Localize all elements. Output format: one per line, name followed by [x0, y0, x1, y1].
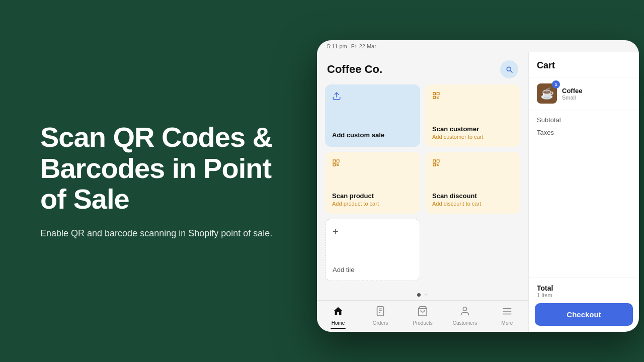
svg-rect-13	[333, 163, 336, 166]
cart-item-badge: 1	[552, 80, 560, 88]
tablet-mockup: 5:11 pm Fri 22 Mar Coffee Co.	[317, 40, 639, 332]
tile-scan-customer-title: Scan customer	[432, 125, 513, 133]
tile-add-custom-sale-title: Add custom sale	[332, 131, 413, 139]
nav-products[interactable]: Products	[401, 304, 444, 331]
pos-title: Coffee Co.	[327, 63, 382, 76]
nav-orders-label: Orders	[373, 320, 388, 326]
svg-rect-21	[433, 163, 436, 166]
status-time: 5:11 pm	[327, 43, 347, 49]
svg-line-1	[511, 71, 512, 72]
pagination: +	[317, 287, 528, 300]
orders-icon	[375, 306, 386, 319]
status-date: Fri 22 Mar	[351, 43, 376, 49]
nav-active-indicator	[331, 328, 346, 329]
svg-point-0	[507, 67, 511, 71]
bottom-nav: Home Orders	[317, 300, 528, 332]
svg-point-32	[463, 307, 466, 311]
search-button[interactable]	[500, 60, 518, 78]
taxes-label: Taxes	[537, 129, 554, 136]
tile-scan-product[interactable]: Scan product Add product to cart	[325, 152, 420, 214]
tile-add-custom-sale[interactable]: Add custom sale	[325, 84, 420, 147]
tiles-grid: Add custom sale	[317, 84, 528, 287]
cart-item-info: Coffee Small	[562, 87, 631, 101]
svg-rect-27	[377, 307, 384, 316]
nav-customers-label: Customers	[453, 320, 477, 326]
nav-home[interactable]: Home	[317, 304, 359, 331]
nav-more-label: More	[502, 320, 513, 326]
svg-rect-19	[433, 160, 436, 162]
svg-rect-5	[433, 96, 436, 99]
plus-icon: +	[333, 226, 413, 238]
svg-rect-12	[337, 160, 339, 162]
products-icon	[417, 306, 428, 319]
taxes-row: Taxes	[537, 129, 631, 136]
tile-scan-discount[interactable]: Scan discount Add discount to cart	[425, 152, 520, 214]
dot-1	[417, 293, 421, 297]
cart-item-image-wrap: ☕ 1	[537, 83, 557, 104]
qr-icon-customer	[432, 92, 513, 102]
cart-total-items: 1 Item	[537, 292, 631, 298]
tile-scan-product-sub: Add product to cart	[332, 201, 413, 207]
cart-item: ☕ 1 Coffee Small	[529, 77, 639, 110]
tile-scan-discount-title: Scan discount	[432, 192, 513, 200]
nav-customers[interactable]: Customers	[444, 304, 486, 331]
nav-orders[interactable]: Orders	[359, 304, 401, 331]
home-icon	[333, 306, 344, 319]
tile-scan-discount-sub: Add discount to cart	[432, 201, 513, 207]
tile-add-tile[interactable]: + Add tile	[325, 219, 420, 281]
qr-icon-product	[332, 159, 413, 169]
cart-panel: Cart ☕ 1 Coffee Small Subtotal	[528, 52, 639, 332]
hero-subtitle: Enable QR and barcode scanning in Shopif…	[40, 227, 282, 240]
subtotal-row: Subtotal	[537, 116, 631, 124]
tile-scan-customer-sub: Add customer to cart	[432, 134, 513, 140]
left-panel: Scan QR Codes & Barcodes in Point of Sal…	[0, 92, 312, 270]
tablet-content: Coffee Co.	[317, 52, 639, 332]
nav-home-label: Home	[332, 320, 345, 326]
pos-header: Coffee Co.	[317, 52, 528, 84]
cart-item-variant: Small	[562, 95, 631, 101]
cart-total-section: Total 1 Item	[529, 278, 639, 298]
right-panel: 5:11 pm Fri 22 Mar Coffee Co.	[312, 30, 644, 332]
cart-totals: Subtotal Taxes	[529, 110, 639, 278]
tile-add-tile-label: Add tile	[333, 266, 413, 274]
svg-rect-11	[333, 160, 336, 162]
upload-icon	[332, 92, 413, 103]
tile-scan-customer[interactable]: Scan customer Add customer to cart	[425, 84, 520, 147]
checkout-button[interactable]: Checkout	[535, 303, 633, 326]
cart-total-label: Total	[537, 284, 631, 292]
dot-plus: +	[424, 291, 428, 298]
status-bar: 5:11 pm Fri 22 Mar	[317, 40, 639, 52]
tile-scan-product-title: Scan product	[332, 192, 413, 200]
cart-title: Cart	[529, 52, 639, 77]
subtotal-label: Subtotal	[537, 116, 561, 124]
svg-rect-20	[437, 160, 439, 162]
svg-rect-4	[437, 93, 439, 95]
customers-icon	[459, 306, 470, 319]
hero-title: Scan QR Codes & Barcodes in Point of Sal…	[40, 122, 282, 215]
svg-rect-3	[433, 93, 436, 95]
more-icon	[502, 306, 513, 319]
nav-more[interactable]: More	[486, 304, 528, 331]
pos-left: Coffee Co.	[317, 52, 528, 332]
qr-icon-discount	[432, 159, 513, 169]
cart-item-name: Coffee	[562, 87, 631, 95]
nav-products-label: Products	[413, 320, 432, 326]
